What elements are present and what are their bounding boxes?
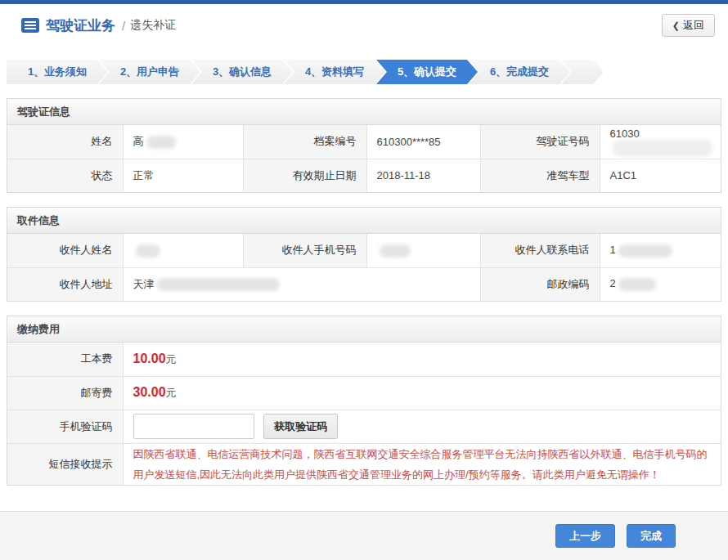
masked-recipient-name-blur — [136, 244, 160, 258]
table-row: 收件人姓名 收件人手机号码 收件人联系电话 1 — [7, 234, 721, 267]
table-row: 姓名 高 档案编号 610300****85 驾驶证号码 61030 — [7, 125, 721, 159]
recipient-address-value: 天津 — [123, 267, 480, 301]
name-label: 姓名 — [7, 125, 123, 159]
production-fee-value: 10.00元 — [123, 343, 721, 376]
fees-section-title: 缴纳费用 — [7, 316, 721, 343]
pickup-info-section: 取件信息 收件人姓名 收件人手机号码 收件人联系电话 1 收件人地址 天津 邮政… — [7, 207, 721, 302]
recipient-name-value — [123, 234, 243, 267]
recipient-address-label: 收件人地址 — [7, 267, 123, 301]
license-list-icon — [21, 18, 39, 33]
vehicle-class-label: 准驾车型 — [480, 159, 600, 192]
table-row: 手机验证码 获取验证码 — [7, 410, 721, 443]
masked-postcode-blur — [618, 278, 656, 291]
masked-recipient-address-blur — [157, 278, 280, 291]
sms-notice-text: 因陕西省联通、电信运营商技术问题，陕西省互联网交通安全综合服务管理平台无法向持陕… — [133, 444, 712, 486]
fees-section: 缴纳费用 工本费 10.00元 邮寄费 30.00元 手机验证码 获取验证码 短… — [7, 316, 721, 486]
step-tab-2[interactable]: 2、用户申告 — [99, 60, 200, 84]
masked-recipient-mobile-blur — [380, 244, 411, 258]
recipient-phone-label: 收件人联系电话 — [480, 234, 600, 267]
finish-button[interactable]: 完成 — [627, 524, 676, 548]
recipient-mobile-value — [366, 234, 480, 267]
postage-fee-label: 邮寄费 — [7, 376, 123, 410]
masked-recipient-phone-blur — [618, 244, 672, 258]
step-tab-1[interactable]: 1、业务须知 — [7, 60, 108, 84]
postcode-value: 2 — [600, 267, 721, 301]
expiry-value: 2018-11-18 — [366, 159, 480, 192]
postcode-label: 邮政编码 — [480, 267, 600, 301]
expiry-label: 有效期止日期 — [243, 159, 366, 192]
step-tab-5-active[interactable]: 5、确认提交 — [376, 60, 478, 84]
table-row: 状态 正常 有效期止日期 2018-11-18 准驾车型 A1C1 — [7, 159, 721, 192]
table-row: 工本费 10.00元 — [7, 343, 721, 376]
license-info-section: 驾驶证信息 姓名 高 档案编号 610300****85 驾驶证号码 61030… — [7, 98, 721, 193]
recipient-name-label: 收件人姓名 — [7, 234, 123, 267]
step-progress-bar: 1、业务须知 2、用户申告 3、确认信息 4、资料填写 5、确认提交 6、完成提… — [7, 60, 604, 84]
file-no-label: 档案编号 — [243, 125, 366, 159]
page-title: 驾驶证业务 — [46, 16, 115, 35]
back-button[interactable]: ❮ 返回 — [662, 14, 715, 37]
recipient-phone-value: 1 — [600, 234, 721, 267]
sms-code-label: 手机验证码 — [7, 410, 123, 443]
status-label: 状态 — [7, 159, 123, 192]
sms-notice-label: 短信接收提示 — [7, 443, 123, 485]
step-tab-3[interactable]: 3、确认信息 — [191, 60, 293, 84]
table-row: 收件人地址 天津 邮政编码 2 — [7, 267, 721, 301]
file-no-value: 610300****85 — [366, 125, 480, 159]
table-row: 邮寄费 30.00元 — [7, 376, 721, 410]
masked-name-blur — [146, 136, 176, 149]
license-no-value: 61030 — [600, 125, 721, 159]
vehicle-class-value: A1C1 — [600, 159, 721, 192]
breadcrumb-separator: / — [122, 19, 125, 33]
production-fee-label: 工本费 — [7, 343, 123, 376]
footer-action-bar: 上一步 完成 — [0, 511, 728, 560]
postage-fee-value: 30.00元 — [123, 376, 721, 410]
license-no-label: 驾驶证号码 — [480, 125, 600, 159]
previous-step-button[interactable]: 上一步 — [555, 524, 615, 548]
recipient-mobile-label: 收件人手机号码 — [243, 234, 366, 267]
breadcrumb-current: 遗失补证 — [130, 18, 176, 33]
table-row: 短信接收提示 因陕西省联通、电信运营商技术问题，陕西省互联网交通安全综合服务管理… — [7, 443, 721, 485]
masked-license-no-blur — [613, 140, 712, 156]
name-value: 高 — [123, 125, 243, 159]
step-tab-4[interactable]: 4、资料填写 — [284, 60, 385, 84]
status-value: 正常 — [123, 159, 243, 192]
back-chevron-icon: ❮ — [672, 20, 680, 31]
step-tab-6[interactable]: 6、完成提交 — [469, 60, 570, 84]
back-button-label: 返回 — [683, 18, 704, 33]
sms-notice-cell: 因陕西省联通、电信运营商技术问题，陕西省互联网交通安全综合服务管理平台无法向持陕… — [123, 443, 721, 485]
pickup-section-title: 取件信息 — [7, 208, 721, 234]
sms-code-input[interactable] — [133, 414, 254, 439]
get-sms-code-button[interactable]: 获取验证码 — [263, 414, 338, 439]
license-section-title: 驾驶证信息 — [7, 99, 721, 125]
page-header: 驾驶证业务 / 遗失补证 ❮ 返回 — [0, 4, 728, 47]
sms-code-cell: 获取验证码 — [123, 410, 721, 443]
